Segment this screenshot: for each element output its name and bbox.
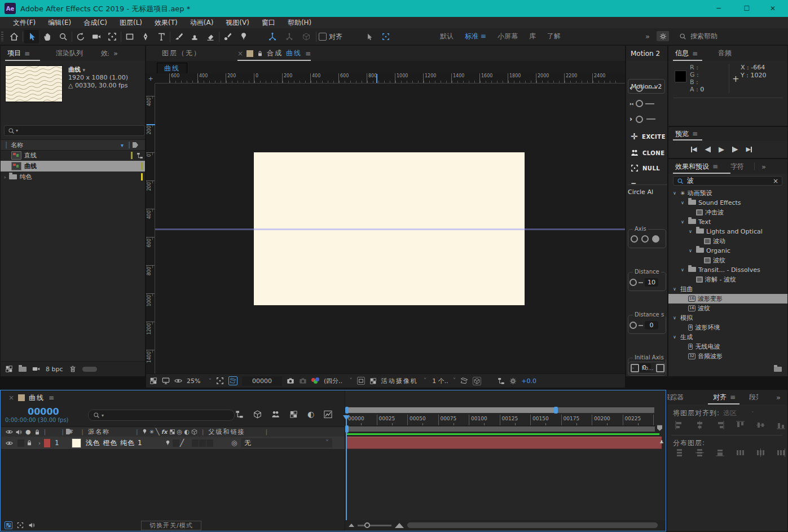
pan-behind-tool[interactable]: [105, 30, 120, 43]
effects-tree-row[interactable]: ∨ ✳ 16 波纹: [668, 304, 787, 313]
resolution-dropdown[interactable]: (四分..˅: [324, 377, 353, 385]
anchor-left-slider[interactable]: [636, 85, 643, 92]
maximize-button[interactable]: ☐: [734, 0, 760, 17]
layer-row[interactable]: › 1 浅色 橙色 纯色 1 ╱ ◎ 无 ˅: [1, 437, 345, 450]
menu-item[interactable]: 效果(T): [148, 18, 184, 28]
effects-search-field[interactable]: 波 ×: [673, 176, 782, 186]
tab-preview[interactable]: 预览: [675, 129, 689, 139]
zoom-out-mountain-icon[interactable]: [349, 524, 354, 527]
hand-tool[interactable]: [40, 30, 55, 43]
align-top-icon[interactable]: [736, 421, 745, 429]
expand-inout-icon[interactable]: [28, 522, 35, 529]
tab-paragraph[interactable]: 段落: [749, 393, 758, 402]
info-panel-menu-icon[interactable]: ≡: [692, 50, 698, 58]
timeline-horizontal-scrollbar[interactable]: [407, 522, 658, 528]
null-button[interactable]: NULL: [631, 164, 666, 172]
workspace-tab[interactable]: 库: [523, 32, 542, 41]
threed-column-icon[interactable]: [191, 429, 197, 435]
source-name-column-header[interactable]: 源名称: [88, 428, 110, 436]
anchor-center-slider[interactable]: [636, 100, 643, 107]
snapshot-icon[interactable]: [287, 377, 294, 385]
mask-visibility-icon[interactable]: [174, 377, 182, 385]
workspace-tab[interactable]: 小屏幕: [492, 32, 523, 41]
comp-flowchart-icon[interactable]: [498, 377, 505, 385]
composition-mini-flowchart-icon[interactable]: [235, 410, 244, 419]
axis-x-toggle[interactable]: [631, 235, 638, 243]
trash-icon[interactable]: [69, 365, 77, 373]
axis-mode-view[interactable]: [299, 30, 314, 43]
always-preview-icon[interactable]: [149, 377, 157, 385]
label-color-bar[interactable]: [131, 152, 133, 159]
distance-s-value[interactable]: 0: [645, 321, 658, 329]
effects-tree-row[interactable]: ∨ ✳ 扭曲: [668, 284, 787, 294]
brush-tool[interactable]: [171, 30, 186, 43]
effects-tree-row[interactable]: ∨ ✳ 模拟: [668, 313, 787, 323]
label-color-bar[interactable]: [141, 173, 143, 181]
layer-quality-icon[interactable]: [165, 440, 171, 446]
layer-lock-icon[interactable]: [26, 439, 33, 446]
effects-tree-row[interactable]: ∨ ✳ 生成: [668, 332, 787, 342]
draft-3d-icon[interactable]: [253, 410, 262, 419]
horizontal-ruler[interactable]: 6004002000200400600800100012001400160018…: [155, 73, 625, 83]
selection-tool[interactable]: [24, 30, 39, 43]
sort-direction-icon[interactable]: ▾: [121, 142, 124, 148]
chevron-down-icon[interactable]: ∨: [681, 267, 686, 272]
timeline-ruler[interactable]: 0000000025000500007500100001250015000175…: [346, 414, 655, 426]
chevron-down-icon[interactable]: ∨: [681, 200, 686, 205]
solo-column-icon[interactable]: ●: [25, 428, 31, 436]
parent-link-column-header[interactable]: 父级和链接: [208, 428, 245, 436]
selected-item-name[interactable]: 曲线: [68, 66, 81, 73]
tab-project[interactable]: 项目: [7, 49, 21, 58]
effects-tree-row[interactable]: ∨ ✳ Lights and Optical: [668, 227, 787, 236]
effects-tree-row[interactable]: ∨ ✳ Sound Effects: [668, 198, 787, 208]
view-dropdown[interactable]: 活动摄像机˅: [381, 377, 428, 385]
effects-search-value[interactable]: 波: [687, 176, 769, 186]
frame-render-column-icon[interactable]: ╲: [156, 428, 160, 436]
menu-item[interactable]: 文件(F): [7, 18, 42, 28]
project-footer-slider[interactable]: [82, 367, 97, 372]
interpret-footage-icon[interactable]: [5, 365, 13, 373]
expand-layer-switches-icon[interactable]: [5, 521, 12, 529]
next-frame-button[interactable]: ▶: [732, 146, 738, 153]
close-tab-icon[interactable]: ×: [8, 394, 14, 402]
fast-previews-icon[interactable]: [473, 377, 481, 385]
project-item-curve[interactable]: 曲线: [1, 161, 145, 172]
collapse-column-icon[interactable]: ✳: [149, 429, 154, 435]
quality-column-icon[interactable]: [142, 429, 148, 435]
tab-render-queue[interactable]: 渲染队列: [56, 49, 83, 58]
current-time-display[interactable]: 00000: [28, 406, 59, 417]
label-color-bar[interactable]: [141, 162, 143, 170]
chevron-down-icon[interactable]: ∨: [689, 248, 694, 253]
effects-tree-row[interactable]: ∨ ✳ 溶解 - 波纹: [668, 275, 787, 284]
excite-button[interactable]: ✛EXCITE: [631, 131, 666, 142]
comp-breadcrumb[interactable]: 曲线: [157, 63, 187, 74]
exposure-value[interactable]: +0.0: [521, 377, 536, 385]
toggle-switches-modes-button[interactable]: 切换开关/模式: [141, 521, 201, 530]
effects-panel-menu-icon[interactable]: ≡: [712, 162, 718, 170]
effects-column-icon[interactable]: fx: [161, 429, 168, 435]
effects-tree-row[interactable]: ∨ ✳ 波纹: [668, 256, 787, 265]
ruler-origin-box[interactable]: +: [146, 73, 156, 84]
roi-icon[interactable]: [216, 377, 224, 385]
minimize-button[interactable]: ─: [706, 0, 732, 17]
zoom-slider-knob[interactable]: [364, 522, 370, 528]
exposure-icon[interactable]: [509, 377, 517, 385]
tab-motion[interactable]: Motion 2: [631, 50, 664, 58]
chevron-down-icon[interactable]: ∨: [681, 219, 686, 225]
parent-dropdown[interactable]: 无 ˅: [241, 438, 332, 447]
shape-tool[interactable]: [122, 30, 137, 43]
layer-visibility-icon[interactable]: [6, 439, 13, 447]
project-color-depth[interactable]: 8 bpc: [46, 366, 63, 373]
timeline-panel-menu-icon[interactable]: ≡: [49, 394, 54, 402]
tab-layer-viewer[interactable]: 图层（无）: [162, 49, 201, 58]
preview-panel-menu-icon[interactable]: ≡: [692, 130, 698, 138]
parent-pickwhip-icon[interactable]: ◎: [231, 439, 237, 447]
fo-checkbox-left[interactable]: [631, 364, 639, 372]
item-info-dropdown-icon[interactable]: ▾: [83, 67, 86, 73]
distribute-vcenter-icon[interactable]: [695, 449, 704, 457]
fo-checkbox-right[interactable]: [656, 364, 664, 372]
menu-item[interactable]: 窗口: [256, 18, 281, 28]
rotate-tool[interactable]: [73, 30, 88, 43]
layer-label-swatch[interactable]: [44, 439, 50, 447]
tab-timeline-comp[interactable]: 曲线: [29, 393, 45, 403]
